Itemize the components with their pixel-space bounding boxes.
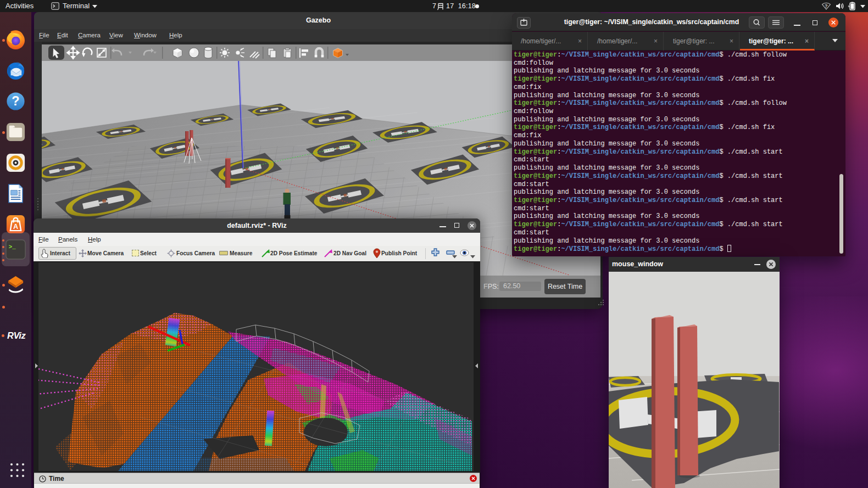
svg-text:A: A bbox=[13, 223, 18, 231]
svg-text:?: ? bbox=[12, 94, 19, 108]
svg-text:?: ? bbox=[825, 3, 828, 9]
svg-text:>_: >_ bbox=[9, 244, 16, 250]
